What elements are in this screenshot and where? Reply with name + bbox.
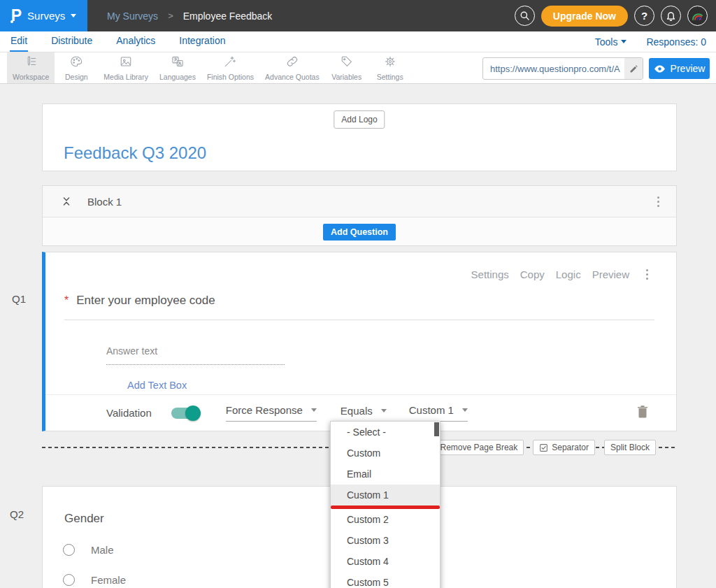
search-button[interactable]: [515, 6, 535, 26]
delete-validation-button[interactable]: [637, 405, 648, 421]
add-logo-button[interactable]: Add Logo: [334, 110, 385, 129]
question-settings-button[interactable]: Settings: [471, 268, 509, 280]
edit-url-button[interactable]: [624, 58, 643, 79]
avatar-rainbow-art: [691, 9, 705, 23]
breadcrumb: My Surveys > Employee Feedback: [107, 10, 272, 22]
split-block-button[interactable]: Split Block: [604, 440, 656, 455]
pattern-select[interactable]: Custom 1: [409, 404, 468, 422]
question-text-row: * Enter your employee code: [64, 294, 654, 320]
questionpro-logo: P: [11, 8, 22, 24]
radio-button[interactable]: [63, 574, 75, 586]
pencil-icon: [629, 64, 638, 73]
magic-wand-icon: [224, 55, 236, 68]
menu-item-custom-4[interactable]: Custom 4: [331, 551, 440, 572]
help-button[interactable]: ?: [634, 6, 654, 26]
page-break-controls: Remove Page Break Separator Split Block: [422, 440, 656, 455]
question-number-q1: Q1: [12, 293, 26, 305]
answer-text-field[interactable]: Answer text: [106, 345, 285, 365]
toolbar-media-library[interactable]: Media Library: [98, 52, 154, 83]
translate-icon: [171, 55, 184, 68]
collapse-block-button[interactable]: [61, 196, 72, 207]
chevron-down-icon: [462, 408, 468, 412]
toolbar-variables[interactable]: Variables: [325, 52, 368, 83]
survey-url-input[interactable]: [483, 64, 624, 74]
question-menu-button[interactable]: [643, 266, 651, 282]
toggle-knob: [185, 406, 201, 421]
question-card-q1: Settings Copy Logic Preview * Enter your…: [42, 252, 677, 431]
question-mark-icon: ?: [641, 10, 647, 22]
toolbar-advance-quotas[interactable]: Advance Quotas: [259, 52, 325, 83]
survey-title[interactable]: Feedback Q3 2020: [64, 143, 206, 163]
bell-icon: [666, 10, 676, 21]
breadcrumb-current: Employee Feedback: [183, 10, 273, 22]
menu-item-custom-3[interactable]: Custom 3: [331, 530, 440, 551]
separator-button[interactable]: Separator: [533, 440, 595, 455]
preview-button[interactable]: Preview: [649, 58, 710, 79]
collapse-vertical-icon: [61, 196, 72, 207]
notifications-button[interactable]: [661, 6, 681, 26]
breadcrumb-separator: >: [168, 10, 173, 21]
eye-icon: [654, 64, 666, 73]
tools-label: Tools: [595, 36, 618, 48]
question-text[interactable]: Enter your employee code: [76, 294, 215, 308]
question-logic-button[interactable]: Logic: [556, 268, 581, 280]
menu-item-email[interactable]: Email: [331, 464, 440, 485]
toolbar-finish-options[interactable]: Finish Options: [201, 52, 259, 83]
pattern-dropdown-menu: - Select - Custom Email Custom 1 Custom …: [330, 421, 441, 588]
menu-item-custom-5[interactable]: Custom 5: [331, 572, 440, 588]
responses-count[interactable]: Responses: 0: [646, 36, 706, 48]
menu-item-custom[interactable]: Custom: [331, 443, 440, 464]
tab-analytics[interactable]: Analytics: [115, 32, 156, 52]
toolbar-settings[interactable]: Settings: [368, 52, 412, 83]
force-response-select[interactable]: Force Response: [226, 404, 317, 422]
survey-canvas: Q1 Q2 Add Logo Feedback Q3 2020 Block 1 …: [0, 84, 716, 588]
chevron-down-icon: [621, 40, 626, 43]
tab-edit[interactable]: Edit: [10, 32, 28, 52]
add-text-box-link[interactable]: Add Text Box: [127, 380, 187, 391]
dropdown-scrollbar-thumb[interactable]: [434, 422, 439, 436]
chevron-down-icon: [311, 408, 317, 412]
breadcrumb-my-surveys[interactable]: My Surveys: [107, 10, 158, 22]
user-avatar[interactable]: [687, 6, 708, 26]
chevron-down-icon: [381, 409, 387, 413]
add-question-row: Add Question: [43, 217, 676, 246]
block-title[interactable]: Block 1: [87, 196, 122, 208]
question-preview-button[interactable]: Preview: [592, 268, 629, 280]
tab-integration[interactable]: Integration: [178, 32, 226, 52]
image-icon: [120, 55, 132, 68]
chevron-down-icon: [71, 14, 76, 17]
search-icon: [520, 10, 530, 21]
menu-item-custom-2[interactable]: Custom 2: [331, 509, 440, 530]
toolbar-design[interactable]: Design: [55, 52, 98, 83]
survey-url-box: [482, 57, 643, 80]
toolbar-workspace[interactable]: Workspace: [7, 52, 55, 83]
top-bar: P Surveys My Surveys > Employee Feedback…: [0, 0, 716, 31]
subnav-right: Tools Responses: 0: [595, 36, 706, 48]
operator-select[interactable]: Equals: [341, 405, 387, 422]
upgrade-now-button[interactable]: Upgrade Now: [541, 6, 628, 27]
tools-menu[interactable]: Tools: [595, 36, 627, 48]
tab-distribute[interactable]: Distribute: [50, 32, 93, 52]
checkbox-checked-icon: [539, 443, 548, 452]
toolbar-languages[interactable]: Languages: [154, 52, 201, 83]
block-menu-button[interactable]: [654, 194, 662, 210]
menu-item-select[interactable]: - Select -: [331, 422, 440, 443]
question-copy-button[interactable]: Copy: [520, 268, 545, 280]
block-card: Block 1 Add Question: [42, 185, 677, 246]
survey-header-card: Add Logo Feedback Q3 2020: [42, 103, 677, 171]
survey-nav: Edit Distribute Analytics Integration To…: [0, 31, 716, 52]
chain-link-icon: [286, 55, 299, 68]
palette-icon: [70, 55, 83, 68]
product-menu-label: Surveys: [27, 10, 65, 22]
workspace-icon: [24, 55, 37, 68]
add-question-button[interactable]: Add Question: [323, 224, 396, 241]
topbar-actions: Upgrade Now ?: [515, 6, 716, 27]
radio-button[interactable]: [63, 544, 75, 556]
product-switcher[interactable]: P Surveys: [0, 0, 87, 31]
menu-item-custom-1[interactable]: Custom 1: [331, 485, 440, 505]
block-header: Block 1: [43, 186, 676, 217]
validation-toggle[interactable]: [171, 408, 199, 419]
required-marker: *: [64, 294, 69, 307]
question-actions: Settings Copy Logic Preview: [45, 252, 676, 282]
gear-icon: [384, 55, 396, 68]
